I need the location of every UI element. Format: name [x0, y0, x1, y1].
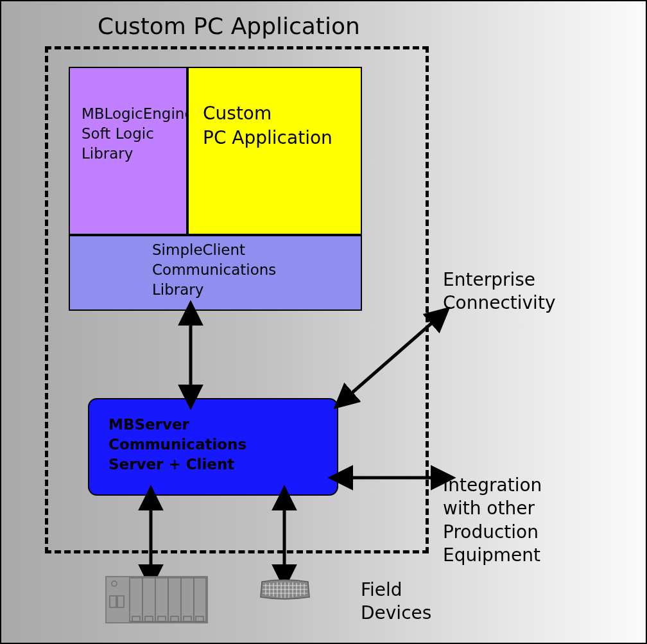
mblogic-engine-label: MBLogicEngineSoft LogicLibrary	[82, 105, 194, 162]
enterprise-connectivity-label: EnterpriseConnectivity	[443, 268, 555, 315]
svg-rect-4	[168, 578, 181, 622]
mbserver-box: MBServerCommunicationsServer + Client	[88, 398, 338, 496]
mblogic-engine-box: MBLogicEngineSoft LogicLibrary	[69, 67, 187, 235]
plc-rack-icon	[106, 577, 207, 623]
svg-rect-5	[181, 578, 194, 622]
field-devices-label: FieldDevices	[361, 579, 431, 625]
field-module-icon	[261, 580, 309, 599]
custom-pc-app-box: CustomPC Application	[187, 67, 362, 235]
diagram-title: Custom PC Application	[98, 13, 360, 39]
svg-rect-12	[158, 616, 166, 622]
svg-rect-6	[194, 578, 206, 622]
svg-rect-0	[106, 577, 207, 623]
svg-rect-1	[130, 578, 142, 622]
svg-rect-13	[171, 616, 178, 622]
svg-rect-10	[132, 616, 140, 622]
svg-rect-3	[155, 578, 168, 622]
simpleclient-label: SimpleClientCommunicationsLibrary	[152, 241, 276, 298]
svg-rect-8	[110, 596, 116, 607]
svg-rect-11	[145, 616, 153, 622]
svg-rect-14	[184, 616, 191, 622]
svg-rect-2	[142, 578, 155, 622]
simpleclient-box: SimpleClientCommunicationsLibrary	[69, 235, 362, 311]
mbserver-label: MBServerCommunicationsServer + Client	[108, 416, 246, 473]
integration-label: Integrationwith otherProductionEquipment	[443, 474, 542, 568]
custom-pc-app-label: CustomPC Application	[203, 103, 332, 148]
svg-rect-15	[196, 616, 203, 622]
svg-point-7	[112, 581, 117, 586]
diagram-canvas: Custom PC Application MBLogicEngineSoft …	[0, 0, 647, 644]
svg-rect-9	[117, 596, 124, 607]
